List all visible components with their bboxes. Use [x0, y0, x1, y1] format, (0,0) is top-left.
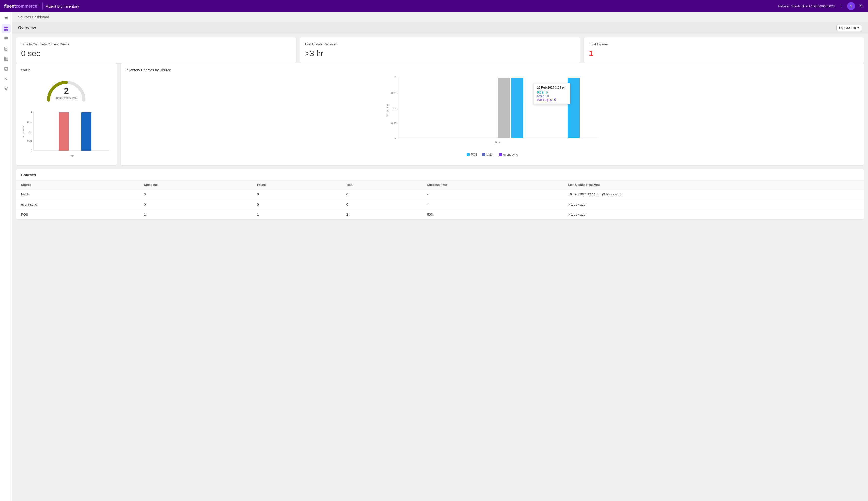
table-row: event-sync 0 0 0 - > 1 day ago [16, 200, 864, 210]
cell-last-update: > 1 day ago [563, 210, 864, 220]
inventory-chart-title: Inventory Updates by Source [126, 68, 859, 72]
right-bar-chart: 1 0.75 0.5 0.25 0 # Updates [126, 75, 859, 151]
svg-rect-3 [6, 29, 8, 31]
topnav: fluentcommerce⊣ Fluent Big Inventory Ret… [0, 0, 868, 12]
legend-eventsync: event-sync [499, 153, 518, 156]
cell-source: POS [16, 210, 139, 220]
cell-success-rate: 50% [422, 210, 563, 220]
more-options-button[interactable]: ⋮ [838, 2, 844, 10]
cell-success-rate: - [422, 200, 563, 210]
svg-rect-2 [4, 29, 6, 31]
svg-text:0.75: 0.75 [28, 120, 32, 124]
cell-failed: 0 [252, 200, 341, 210]
svg-text:0.25: 0.25 [391, 122, 397, 125]
cell-total: 2 [341, 210, 422, 220]
svg-text:0: 0 [395, 136, 397, 139]
svg-rect-0 [4, 26, 6, 29]
svg-text:# Updates: # Updates [386, 104, 389, 116]
cell-complete: 0 [139, 190, 252, 200]
sidebar-item-table[interactable] [1, 54, 11, 63]
legend-pos: POS [467, 153, 477, 156]
charts-row: Status 2 Input Events Total [12, 63, 868, 169]
sources-table-body: batch 0 0 0 - 19 Feb 2024 12:11 pm (3 ho… [16, 190, 864, 220]
svg-rect-19 [59, 112, 69, 150]
brand-logo: fluentcommerce⊣ [4, 3, 40, 9]
svg-text:0.5: 0.5 [29, 131, 32, 134]
cell-total: 0 [341, 190, 422, 200]
sources-table: Source Complete Failed Total Success Rat… [16, 181, 864, 219]
topnav-left: fluentcommerce⊣ Fluent Big Inventory [4, 2, 79, 10]
cell-success-rate: - [422, 190, 563, 200]
svg-point-10 [5, 88, 7, 90]
svg-text:1: 1 [31, 110, 32, 113]
overview-title: Overview [18, 25, 36, 30]
last-update-value: >3 hr [305, 49, 575, 58]
cell-source: batch [16, 190, 139, 200]
last-update-label: Last Update Received [305, 42, 575, 46]
gauge-number: 2 [55, 86, 77, 96]
metric-card-failures: Total Failures 1 [584, 38, 864, 63]
sidebar-item-report[interactable] [1, 64, 11, 73]
refresh-button[interactable]: ↻ [858, 2, 864, 10]
status-label: Status [21, 68, 111, 72]
col-header-success-rate: Success Rate [422, 181, 563, 190]
svg-text:Time: Time [495, 140, 501, 144]
breadcrumb: Sources Dashboard [12, 12, 868, 22]
sources-title: Sources [16, 169, 864, 181]
svg-rect-32 [511, 102, 523, 138]
table-row: batch 0 0 0 - 19 Feb 2024 12:11 pm (3 ho… [16, 190, 864, 200]
retailer-label: Retailer: Sports Direct 1686296685026 [778, 4, 835, 8]
overview-section-header: Overview Last 30 min ▾ [12, 22, 868, 33]
cell-failed: 0 [252, 190, 341, 200]
svg-text:# Updates: # Updates [22, 126, 25, 137]
svg-text:1: 1 [395, 76, 397, 79]
queue-label: Time to Complete Current Queue [21, 42, 291, 46]
topnav-right: Retailer: Sports Direct 1686296685026 ⋮ … [778, 2, 864, 10]
svg-rect-4 [4, 37, 8, 38]
sidebar-item-list[interactable] [1, 34, 11, 43]
gauge-container: 2 Input Events Total [21, 75, 111, 105]
col-header-failed: Failed [252, 181, 341, 190]
left-bar-chart: 1 0.75 0.5 0.25 0 # Updates Time [21, 109, 111, 160]
metric-cards-row: Time to Complete Current Queue 0 sec Las… [12, 33, 868, 63]
legend-eventsync-dot [499, 153, 502, 156]
svg-text:Time: Time [68, 154, 74, 157]
cell-last-update: > 1 day ago [563, 200, 864, 210]
queue-value: 0 sec [21, 49, 291, 58]
metric-card-last-update: Last Update Received >3 hr [300, 38, 580, 63]
col-header-last-update: Last Update Received [563, 181, 864, 190]
table-header-row: Source Complete Failed Total Success Rat… [16, 181, 864, 190]
nav-divider [42, 2, 43, 10]
sidebar-item-lightning[interactable] [1, 74, 11, 83]
svg-text:0.75: 0.75 [391, 92, 397, 95]
svg-rect-5 [4, 39, 8, 39]
legend-batch: batch [482, 153, 494, 156]
sources-section: Sources Source Complete Failed Total Suc… [16, 169, 864, 219]
cell-complete: 1 [139, 210, 252, 220]
status-card: Status 2 Input Events Total [16, 63, 117, 165]
sidebar-item-settings[interactable] [1, 84, 11, 94]
sidebar-item-files[interactable] [1, 44, 11, 53]
time-filter-dropdown[interactable]: Last 30 min ▾ [836, 25, 862, 31]
gauge: 2 Input Events Total [44, 75, 89, 105]
failures-label: Total Failures [589, 42, 859, 46]
sources-table-head: Source Complete Failed Total Success Rat… [16, 181, 864, 190]
inventory-updates-card: Inventory Updates by Source 19 Feb 2024 … [121, 63, 864, 165]
svg-text:0.25: 0.25 [28, 139, 32, 142]
svg-text:0: 0 [31, 149, 32, 152]
legend-batch-dot [482, 153, 485, 156]
svg-rect-1 [6, 26, 8, 29]
failures-value: 1 [589, 49, 859, 58]
cell-last-update: 19 Feb 2024 12:11 pm (3 hours ago) [563, 190, 864, 200]
gauge-sublabel: Input Events Total [55, 96, 77, 99]
main-content: Sources Dashboard Overview Last 30 min ▾… [12, 12, 868, 501]
user-avatar[interactable]: 1 [847, 2, 855, 10]
sidebar-item-menu[interactable]: ☰ [1, 14, 11, 23]
cell-total: 0 [341, 200, 422, 210]
chart-legend: POS batch event-sync [126, 153, 859, 156]
svg-rect-33 [568, 78, 580, 138]
main-layout: ☰ Sources Dashboard Overview [0, 12, 868, 501]
metric-card-queue: Time to Complete Current Queue 0 sec [16, 38, 296, 63]
svg-rect-6 [4, 40, 8, 40]
sidebar-item-dashboard[interactable] [1, 24, 11, 33]
